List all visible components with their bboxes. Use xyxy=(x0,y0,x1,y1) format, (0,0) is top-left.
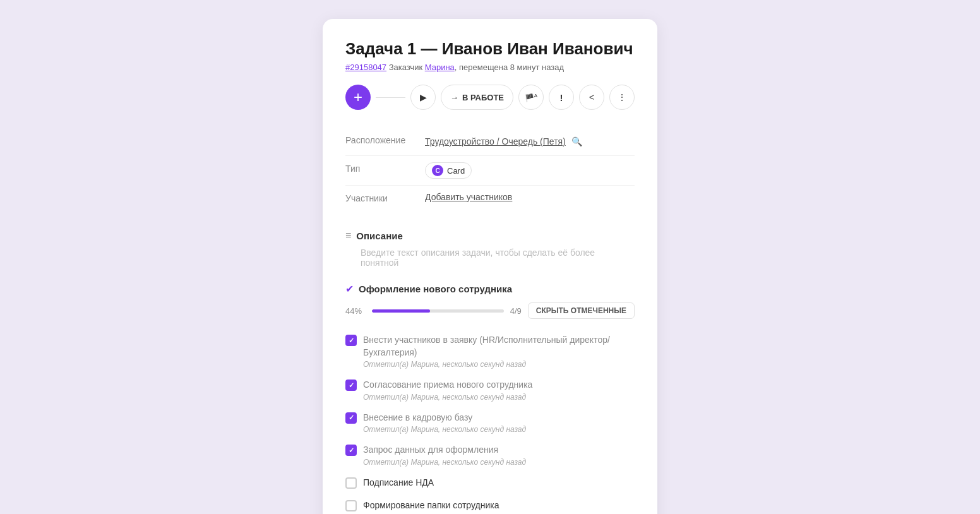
checklist-header: ✔ Оформление нового сотрудника xyxy=(345,283,635,295)
search-icon[interactable]: 🔍 xyxy=(570,134,585,149)
item-text: Согласование приема нового сотрудника xyxy=(363,379,532,391)
checkbox-2[interactable] xyxy=(345,412,357,424)
type-dot: C xyxy=(432,165,443,176)
checkbox-3[interactable] xyxy=(345,445,357,456)
task-card: Задача 1 — Иванов Иван Иванович #2915804… xyxy=(323,19,657,514)
status-label: В РАБОТЕ xyxy=(462,93,504,102)
checklist-item: Согласование приема нового сотрудникаОтм… xyxy=(345,374,635,407)
item-text: Запрос данных для оформления xyxy=(363,444,526,457)
type-row: Тип C Card xyxy=(345,156,635,186)
progress-bar-bg xyxy=(372,309,504,313)
hide-checked-button[interactable]: СКРЫТЬ ОТМЕЧЕННЫЕ xyxy=(528,302,635,319)
add-button[interactable]: + xyxy=(345,85,371,110)
more-button[interactable]: ⋮ xyxy=(609,85,635,110)
description-title: Описание xyxy=(356,230,402,241)
description-placeholder: Введите текст описания задачи, чтобы сде… xyxy=(361,248,635,268)
info-icon: ! xyxy=(560,92,563,103)
play-icon: ▶ xyxy=(420,92,427,102)
item-meta: Отметил(а) Марина, несколько секунд наза… xyxy=(363,425,526,434)
item-text: Формирование папки сотрудника xyxy=(363,499,499,512)
item-text-group: Внесение в кадровую базуОтметил(а) Марин… xyxy=(363,412,526,434)
item-meta: Отметил(а) Марина, несколько секунд наза… xyxy=(363,360,635,369)
location-row: Расположение Трудоустройство / Очередь (… xyxy=(345,128,635,156)
item-text: Подписание НДА xyxy=(363,477,434,489)
item-text-group: Внести участников в заявку (HR/Исполните… xyxy=(363,334,635,369)
play-button[interactable]: ▶ xyxy=(410,85,436,110)
progress-percent: 44% xyxy=(345,306,366,316)
item-meta: Отметил(а) Марина, несколько секунд наза… xyxy=(363,393,532,402)
add-participants-link[interactable]: Добавить участников xyxy=(425,192,512,202)
checkbox-1[interactable] xyxy=(345,380,357,391)
info-button[interactable]: ! xyxy=(549,85,574,110)
description-icon: ≡ xyxy=(345,230,351,241)
share-button[interactable]: < xyxy=(579,85,604,110)
participants-value: Добавить участников xyxy=(425,192,512,202)
item-text-group: Согласование приема нового сотрудникаОтм… xyxy=(363,379,532,402)
checklist-item: Подписание НДА xyxy=(345,472,635,494)
checkbox-4[interactable] xyxy=(345,477,357,489)
item-text: Внесение в кадровую базу xyxy=(363,412,526,424)
task-title: Задача 1 — Иванов Иван Иванович xyxy=(345,39,635,59)
item-text-group: Запрос данных для оформленияОтметил(а) М… xyxy=(363,444,526,467)
author-link[interactable]: Марина xyxy=(425,63,455,72)
type-label: Тип xyxy=(345,162,415,174)
location-label: Расположение xyxy=(345,134,415,145)
checklist-icon: ✔ xyxy=(345,283,354,295)
item-text-group: Подписание НДА xyxy=(363,477,434,489)
share-icon: < xyxy=(589,92,594,102)
item-text: Внести участников в заявку (HR/Исполните… xyxy=(363,334,635,359)
progress-count: 4/9 xyxy=(510,306,522,316)
status-button[interactable]: → В РАБОТЕ xyxy=(441,85,513,110)
type-value: C Card xyxy=(425,162,472,179)
toolbar-divider xyxy=(376,97,405,98)
checkbox-5[interactable] xyxy=(345,500,357,511)
progress-bar-fill xyxy=(372,309,430,313)
checklist-title: Оформление нового сотрудника xyxy=(359,284,512,294)
type-badge-text: Card xyxy=(447,166,465,176)
checklist-item: Формирование папки сотрудника xyxy=(345,494,635,514)
task-id-link[interactable]: #29158047 xyxy=(345,63,386,72)
type-badge[interactable]: C Card xyxy=(425,162,472,179)
item-meta: Отметил(а) Марина, несколько секунд наза… xyxy=(363,458,526,467)
progress-row: 44% 4/9 СКРЫТЬ ОТМЕЧЕННЫЕ xyxy=(345,302,635,319)
description-header: ≡ Описание xyxy=(345,225,635,241)
more-icon: ⋮ xyxy=(618,92,626,102)
checklist-section: ✔ Оформление нового сотрудника 44% 4/9 С… xyxy=(345,283,635,514)
location-value: Трудоустройство / Очередь (Петя) 🔍 xyxy=(425,134,585,149)
task-toolbar: + ▶ → В РАБОТЕ 🏴A ! < ⋮ xyxy=(345,85,635,110)
participants-row: Участники Добавить участников xyxy=(345,186,635,210)
checklist-items: Внести участников в заявку (HR/Исполните… xyxy=(345,329,635,514)
fields-section: Расположение Трудоустройство / Очередь (… xyxy=(345,128,635,210)
location-link[interactable]: Трудоустройство / Очередь (Петя) xyxy=(425,136,566,146)
checkbox-0[interactable] xyxy=(345,335,357,346)
checklist-item: Запрос данных для оформленияОтметил(а) М… xyxy=(345,439,635,472)
item-text-group: Формирование папки сотрудника xyxy=(363,499,499,512)
checklist-item: Внесение в кадровую базуОтметил(а) Марин… xyxy=(345,407,635,439)
arrow-icon: → xyxy=(450,93,458,102)
checklist-item: Внести участников в заявку (HR/Исполните… xyxy=(345,329,635,374)
task-subtitle: #29158047 Заказчик Марина, перемещена 8 … xyxy=(345,63,635,72)
flag-icon: 🏴A xyxy=(525,93,537,102)
participants-label: Участники xyxy=(345,192,415,203)
flag-button[interactable]: 🏴A xyxy=(518,85,544,110)
